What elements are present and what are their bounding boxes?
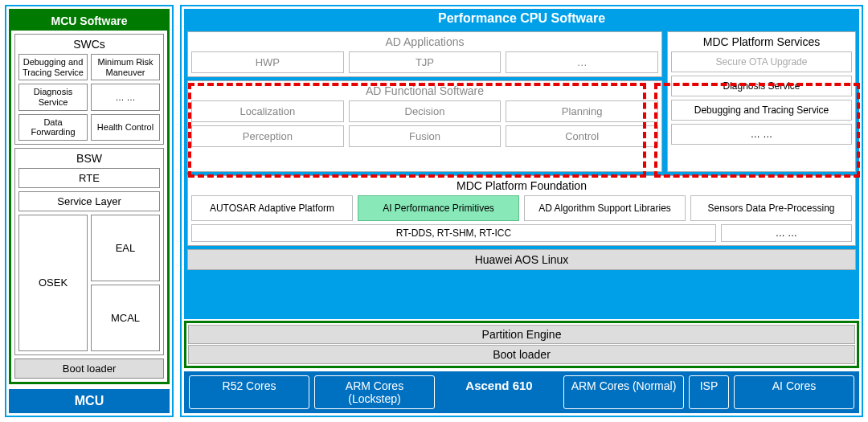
mdc-debugging-tracing: Debugging and Tracing Service (671, 100, 852, 121)
swc-min-risk-maneuver: Minimum Risk Maneuver (91, 54, 160, 80)
bsw-osek: OSEK (18, 215, 88, 351)
ad-app-ellipsis: … (506, 51, 658, 73)
mdc-diagnosis: Diagnosis Service (671, 76, 852, 96)
ad-algo-support: AD Algorithm Support Libraries (524, 195, 686, 221)
bsw-rte: RTE (18, 168, 160, 188)
swcs-box: SWCs Debugging and Tracing Service Minim… (14, 34, 164, 145)
sensors-preprocessing: Sensors Data Pre-Processing (690, 195, 852, 221)
ad-functional-box: AD Functional Software Localization Deci… (187, 80, 662, 172)
swc-diagnosis: Diagnosis Service (18, 84, 88, 110)
swcs-header: SWCs (18, 38, 160, 51)
ad-perception: Perception (191, 125, 344, 147)
mcu-hw-label: MCU (9, 389, 170, 413)
ad-decision: Decision (349, 100, 502, 122)
ad-func-row1: Localization Decision Planning (191, 100, 658, 122)
bsw-eal: EAL (91, 215, 160, 281)
partition-bootloader-box: Partition Engine Boot loader (184, 321, 859, 368)
bsw-box: BSW RTE Service Layer OSEK EAL MCAL (14, 148, 164, 355)
ad-apps-row: HWP TJP … (191, 51, 658, 73)
perf-blue-area: Performance CPU Software AD Applications… (184, 9, 859, 319)
ad-fusion: Fusion (349, 125, 502, 147)
mdc-platform-foundation: MDC Platform Foundation AUTOSAR Adaptive… (187, 175, 856, 246)
ad-stack: AD Applications HWP TJP … AD Functional … (187, 31, 662, 172)
upper-row: AD Applications HWP TJP … AD Functional … (187, 31, 856, 172)
ad-apps-header: AD Applications (191, 35, 658, 48)
core-r52: R52 Cores (189, 375, 309, 409)
mdc-secure-ota: Secure OTA Upgrade (671, 51, 852, 72)
core-ai: AI Cores (734, 375, 854, 409)
mdc-foundation-row: AUTOSAR Adaptive Platform AI Performance… (191, 195, 852, 221)
ad-control: Control (506, 125, 658, 147)
swcs-grid: Debugging and Tracing Service Minimum Ri… (18, 54, 160, 141)
core-ascend-610: Ascend 610 (440, 375, 559, 409)
partition-engine: Partition Engine (188, 325, 855, 344)
rt-dds-shm-icc: RT-DDS, RT-SHM, RT-ICC (191, 224, 716, 242)
mcu-inner: SWCs Debugging and Tracing Service Minim… (11, 31, 167, 382)
swc-data-forwarding: Data Forwarding (18, 114, 88, 141)
ad-func-header: AD Functional Software (191, 84, 658, 97)
core-arm-lockstep: ARM Cores (Lockstep) (314, 375, 435, 409)
diagram-root: MCU Software SWCs Debugging and Tracing … (0, 0, 868, 422)
bsw-mcal: MCAL (91, 285, 160, 351)
huawei-aos-linux: Huawei AOS Linux (187, 249, 856, 270)
mdc-foundation-header: MDC Platform Foundation (191, 179, 852, 192)
bsw-lower: OSEK EAL MCAL (18, 215, 160, 351)
ad-applications-box: AD Applications HWP TJP … (187, 31, 662, 77)
ad-app-tjp: TJP (349, 51, 502, 73)
mdc-services-header: MDC Platform Services (671, 35, 852, 48)
bsw-service-layer: Service Layer (18, 191, 160, 211)
mdc-foundation-ellipsis: … … (721, 224, 852, 242)
mcu-column: MCU Software SWCs Debugging and Tracing … (5, 5, 174, 417)
autosar-adaptive: AUTOSAR Adaptive Platform (191, 195, 353, 221)
swc-debugging-tracing: Debugging and Tracing Service (18, 54, 88, 80)
core-arm-normal: ARM Cores (Normal) (563, 375, 684, 409)
ai-performance-primitives: AI Performance Primitives (358, 195, 519, 221)
mcu-software-box: MCU Software SWCs Debugging and Tracing … (9, 9, 170, 384)
mdc-serv-ellipsis: … … (671, 124, 852, 145)
mcu-software-header: MCU Software (11, 11, 167, 31)
core-isp: ISP (689, 375, 729, 409)
swc-health-control: Health Control (91, 114, 160, 141)
ad-planning: Planning (506, 100, 658, 122)
performance-cpu-column: Performance CPU Software AD Applications… (180, 5, 863, 417)
mdc-foundation-sub: RT-DDS, RT-SHM, RT-ICC … … (191, 224, 852, 242)
perf-bootloader: Boot loader (188, 345, 855, 364)
ad-app-hwp: HWP (191, 51, 344, 73)
ad-func-row2: Perception Fusion Control (191, 125, 658, 147)
mdc-platform-services: MDC Platform Services Secure OTA Upgrade… (667, 31, 856, 172)
ad-localization: Localization (191, 100, 344, 122)
cores-row: R52 Cores ARM Cores (Lockstep) Ascend 61… (184, 371, 859, 413)
mcu-bootloader: Boot loader (14, 358, 164, 379)
swc-ellipsis: … … (91, 84, 160, 110)
bsw-header: BSW (18, 152, 160, 165)
perf-cpu-header: Performance CPU Software (187, 9, 856, 28)
